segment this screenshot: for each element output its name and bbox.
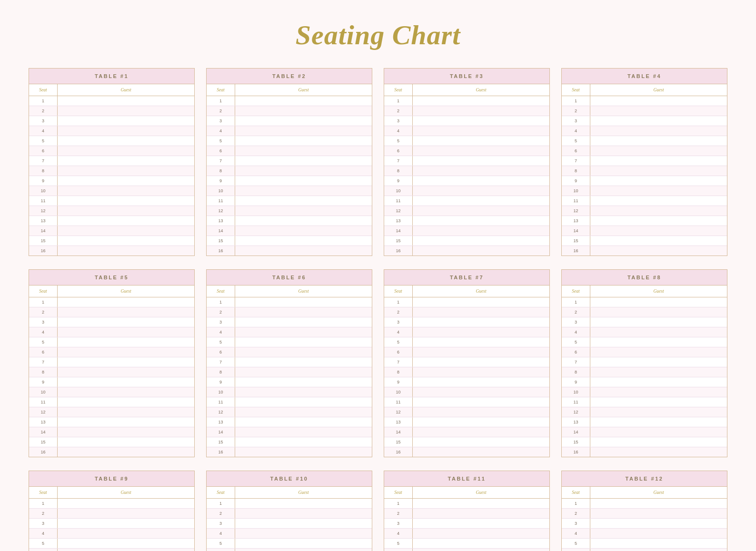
guest-name[interactable]: [235, 246, 372, 256]
guest-name[interactable]: [58, 216, 194, 226]
guest-name[interactable]: [58, 529, 194, 538]
guest-name[interactable]: [235, 447, 372, 457]
guest-name[interactable]: [235, 499, 372, 508]
guest-name[interactable]: [58, 397, 194, 407]
guest-name[interactable]: [58, 96, 194, 106]
guest-name[interactable]: [58, 116, 194, 126]
guest-name[interactable]: [235, 166, 372, 176]
guest-name[interactable]: [413, 156, 549, 166]
guest-name[interactable]: [58, 347, 194, 357]
guest-name[interactable]: [590, 166, 727, 176]
guest-name[interactable]: [235, 226, 372, 236]
guest-name[interactable]: [590, 387, 727, 397]
guest-name[interactable]: [58, 427, 194, 437]
guest-name[interactable]: [590, 407, 727, 417]
guest-name[interactable]: [235, 317, 372, 327]
guest-name[interactable]: [413, 226, 549, 236]
guest-name[interactable]: [413, 437, 549, 447]
guest-name[interactable]: [58, 417, 194, 427]
guest-name[interactable]: [413, 367, 549, 377]
guest-name[interactable]: [413, 146, 549, 156]
guest-name[interactable]: [413, 166, 549, 176]
guest-name[interactable]: [58, 307, 194, 317]
guest-name[interactable]: [413, 509, 549, 518]
guest-name[interactable]: [590, 357, 727, 367]
guest-name[interactable]: [590, 297, 727, 307]
guest-name[interactable]: [58, 447, 194, 457]
guest-name[interactable]: [58, 519, 194, 528]
guest-name[interactable]: [590, 337, 727, 347]
guest-name[interactable]: [58, 337, 194, 347]
guest-name[interactable]: [590, 206, 727, 216]
guest-name[interactable]: [58, 146, 194, 156]
guest-name[interactable]: [58, 357, 194, 367]
guest-name[interactable]: [235, 96, 372, 106]
guest-name[interactable]: [590, 106, 727, 116]
guest-name[interactable]: [413, 377, 549, 387]
guest-name[interactable]: [413, 246, 549, 256]
guest-name[interactable]: [235, 297, 372, 307]
guest-name[interactable]: [58, 377, 194, 387]
guest-name[interactable]: [235, 407, 372, 417]
guest-name[interactable]: [590, 226, 727, 236]
guest-name[interactable]: [235, 437, 372, 447]
guest-name[interactable]: [58, 317, 194, 327]
guest-name[interactable]: [413, 387, 549, 397]
guest-name[interactable]: [590, 196, 727, 206]
guest-name[interactable]: [235, 186, 372, 196]
guest-name[interactable]: [590, 427, 727, 437]
guest-name[interactable]: [590, 327, 727, 337]
guest-name[interactable]: [58, 106, 194, 116]
guest-name[interactable]: [235, 116, 372, 126]
guest-name[interactable]: [58, 407, 194, 417]
guest-name[interactable]: [235, 509, 372, 518]
guest-name[interactable]: [590, 447, 727, 457]
guest-name[interactable]: [235, 196, 372, 206]
guest-name[interactable]: [58, 156, 194, 166]
guest-name[interactable]: [590, 519, 727, 528]
guest-name[interactable]: [590, 236, 727, 246]
guest-name[interactable]: [235, 529, 372, 538]
guest-name[interactable]: [413, 519, 549, 528]
guest-name[interactable]: [58, 206, 194, 216]
guest-name[interactable]: [590, 367, 727, 377]
guest-name[interactable]: [590, 126, 727, 136]
guest-name[interactable]: [58, 186, 194, 196]
guest-name[interactable]: [590, 397, 727, 407]
guest-name[interactable]: [58, 297, 194, 307]
guest-name[interactable]: [590, 116, 727, 126]
guest-name[interactable]: [58, 226, 194, 236]
guest-name[interactable]: [413, 549, 549, 551]
guest-name[interactable]: [58, 387, 194, 397]
guest-name[interactable]: [58, 136, 194, 146]
guest-name[interactable]: [235, 156, 372, 166]
guest-name[interactable]: [235, 176, 372, 186]
guest-name[interactable]: [235, 387, 372, 397]
guest-name[interactable]: [590, 146, 727, 156]
guest-name[interactable]: [58, 196, 194, 206]
guest-name[interactable]: [590, 347, 727, 357]
guest-name[interactable]: [590, 417, 727, 427]
guest-name[interactable]: [413, 499, 549, 508]
guest-name[interactable]: [58, 236, 194, 246]
guest-name[interactable]: [590, 307, 727, 317]
guest-name[interactable]: [235, 146, 372, 156]
guest-name[interactable]: [413, 337, 549, 347]
guest-name[interactable]: [413, 417, 549, 427]
guest-name[interactable]: [235, 236, 372, 246]
guest-name[interactable]: [413, 357, 549, 367]
guest-name[interactable]: [590, 246, 727, 256]
guest-name[interactable]: [235, 367, 372, 377]
guest-name[interactable]: [235, 539, 372, 548]
guest-name[interactable]: [413, 427, 549, 437]
guest-name[interactable]: [413, 126, 549, 136]
guest-name[interactable]: [235, 136, 372, 146]
guest-name[interactable]: [235, 347, 372, 357]
guest-name[interactable]: [58, 367, 194, 377]
guest-name[interactable]: [58, 176, 194, 186]
guest-name[interactable]: [590, 509, 727, 518]
guest-name[interactable]: [413, 397, 549, 407]
guest-name[interactable]: [235, 549, 372, 551]
guest-name[interactable]: [58, 539, 194, 548]
guest-name[interactable]: [235, 327, 372, 337]
